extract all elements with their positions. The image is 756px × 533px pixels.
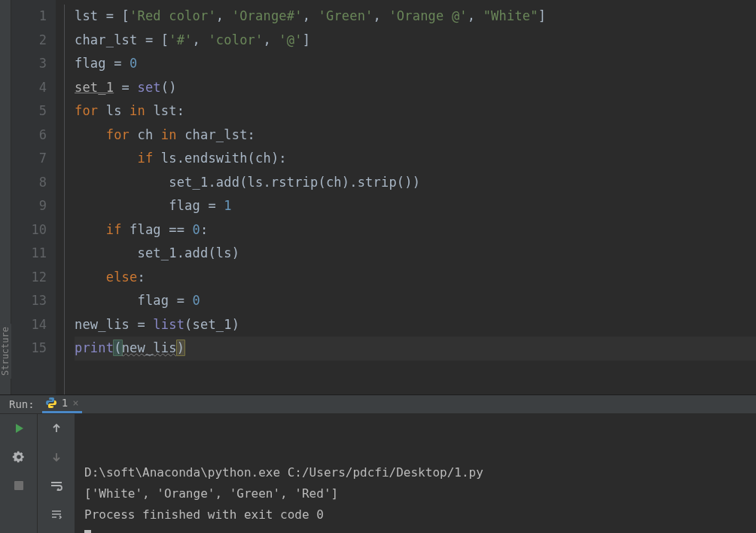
console-line: D:\soft\Anaconda\python.exe C:/Users/pdc… [84, 462, 747, 483]
run-tool-window: Run: 1 × [0, 394, 756, 533]
code-line[interactable]: for ls in lst: [75, 99, 756, 123]
line-number[interactable]: 6 [11, 123, 47, 148]
scroll-to-end-icon[interactable] [48, 506, 65, 522]
left-sidebar-stub: Structure [0, 0, 11, 394]
console-line: Process finished with exit code 0 [84, 504, 747, 525]
code-line[interactable]: char_lst = ['#', 'color', '@'] [75, 29, 756, 53]
line-number[interactable]: 8 [11, 171, 47, 195]
python-file-icon [45, 397, 57, 409]
code-line[interactable]: flag = 0 [75, 52, 756, 76]
stop-icon[interactable] [11, 477, 27, 494]
run-tab[interactable]: 1 × [42, 395, 82, 413]
line-number[interactable]: 14 [11, 313, 47, 337]
line-number[interactable]: 7 [11, 147, 47, 171]
code-line[interactable]: new_lis = list(set_1) [75, 313, 756, 337]
line-number[interactable]: 2 [11, 29, 47, 53]
code-line[interactable]: print(new_lis) [75, 337, 756, 361]
code-line[interactable]: flag = 0 [75, 289, 756, 313]
run-label: Run: [9, 398, 35, 410]
line-number[interactable]: 10 [11, 218, 47, 242]
code-line[interactable]: lst = ['Red color', 'Orange#', 'Green', … [75, 5, 756, 29]
code-line[interactable]: if flag == 0: [75, 218, 756, 242]
console-cursor-line [84, 525, 747, 533]
structure-tool-tab[interactable]: Structure [0, 324, 11, 379]
code-line[interactable]: else: [75, 266, 756, 290]
code-line[interactable]: set_1 = set() [75, 76, 756, 100]
console-line: ['White', 'Orange', 'Green', 'Red'] [84, 483, 747, 504]
code-editor[interactable]: lst = ['Red color', 'Orange#', 'Green', … [75, 0, 756, 394]
line-number[interactable]: 13 [11, 289, 47, 313]
run-header: Run: 1 × [0, 395, 756, 414]
code-line[interactable]: set_1.add(ls) [75, 242, 756, 266]
console-output[interactable]: D:\soft\Anaconda\python.exe C:/Users/pdc… [75, 414, 756, 533]
line-number[interactable]: 4 [11, 76, 47, 100]
fold-guide [64, 5, 65, 394]
run-tab-name: 1 [62, 397, 68, 409]
code-line[interactable]: set_1.add(ls.rstrip(ch).strip()) [75, 171, 756, 195]
run-toolbar-left [0, 414, 38, 533]
up-icon[interactable] [48, 420, 65, 437]
close-icon[interactable]: × [72, 397, 78, 409]
line-number-gutter[interactable]: 123456789101112131415 [11, 0, 56, 394]
editor-area: Structure 123456789101112131415 lst = ['… [0, 0, 756, 394]
line-number[interactable]: 9 [11, 194, 47, 218]
run-body: D:\soft\Anaconda\python.exe C:/Users/pdc… [0, 414, 756, 533]
code-line[interactable]: if ls.endswith(ch): [75, 147, 756, 171]
line-number[interactable]: 3 [11, 52, 47, 76]
settings-icon[interactable] [11, 449, 27, 465]
run-toolbar-right [38, 414, 75, 533]
line-number[interactable]: 1 [11, 5, 47, 29]
rerun-icon[interactable] [11, 420, 27, 437]
code-line[interactable]: for ch in char_lst: [75, 123, 756, 148]
down-icon[interactable] [48, 449, 65, 465]
line-number[interactable]: 12 [11, 266, 47, 290]
svg-rect-0 [14, 481, 23, 490]
soft-wrap-icon[interactable] [48, 477, 65, 494]
line-number[interactable]: 11 [11, 242, 47, 266]
code-line[interactable]: flag = 1 [75, 194, 756, 218]
line-number[interactable]: 15 [11, 337, 47, 361]
line-number[interactable]: 5 [11, 99, 47, 123]
fold-column[interactable] [56, 0, 75, 394]
